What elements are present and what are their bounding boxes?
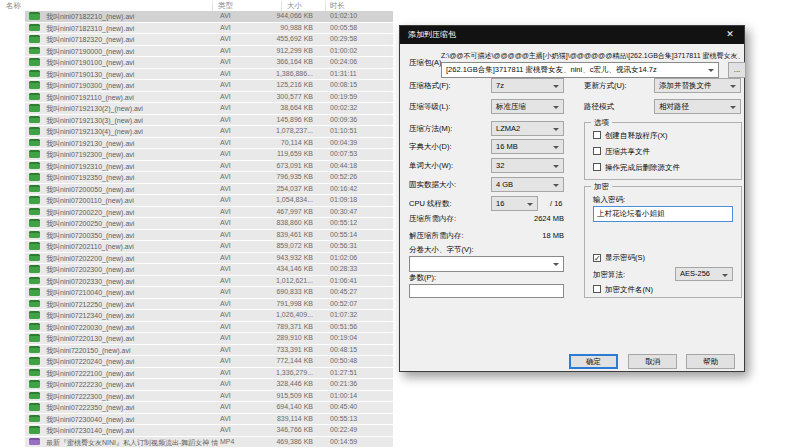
table-row[interactable]: 我叫nini07212250_(new).avi AVI 791,998 KB … [25,299,393,310]
table-row[interactable]: 我叫nini07202330_(new).avi AVI 1,012,621..… [25,276,393,287]
solid-size-select[interactable]: 4 GB [491,177,564,192]
file-size: 772,144 KB [240,357,313,364]
cpu-threads-select[interactable]: 16 [491,196,538,211]
shared-files-checkbox[interactable]: 压缩共享文件 [593,147,650,157]
format-select[interactable]: 7z [491,78,564,93]
column-header-name[interactable]: 名称 [6,1,21,11]
file-size: 915,509 KB [240,392,313,399]
file-duration: 01:07:32 [330,311,357,318]
table-row[interactable]: 最新『蜜桃臀女友NINI』私人订制视频流出-舞蹈女神 情趣黑丝... MP4 4… [25,437,393,448]
table-row[interactable]: 我叫nini07200350_(new).avi AVI 839,461 KB … [25,230,393,241]
column-header-type[interactable]: 类型 [218,1,233,11]
file-size: 434,146 KB [240,265,313,272]
table-row[interactable]: 我叫nini07182310_(new).avi AVI 90,988 KB 0… [25,23,393,34]
help-button[interactable]: 帮助 [686,354,735,369]
path-mode-label: 路径模式 [584,102,614,112]
file-duration: 00:08:15 [330,81,357,88]
level-select[interactable]: 标准压缩 [491,99,564,114]
file-size: 300,577 KB [240,93,313,100]
file-duration: 01:00:02 [330,47,357,54]
table-row[interactable]: 我叫nini07200220_(new).avi AVI 467,997 KB … [25,207,393,218]
column-header-size[interactable]: 大小 [287,1,302,11]
video-file-icon [29,254,40,262]
file-size: 125,216 KB [240,81,313,88]
table-row[interactable]: 我叫nini07200110_(new).avi AVI 1,054,834..… [25,195,393,206]
method-select[interactable]: LZMA2 [491,121,564,136]
table-row[interactable]: 我叫nini07220240_(new).avi AVI 772,144 KB … [25,356,393,367]
table-row[interactable]: 我叫nini07210040_(new).avi AVI 690,833 KB … [25,287,393,298]
file-size: 70,114 KB [240,139,313,146]
volume-size-combobox[interactable] [409,256,564,272]
file-name: 我叫nini7220150_(new).avi [46,346,218,356]
table-row[interactable]: 我叫nini07200250_(new).avi AVI 838,860 KB … [25,218,393,229]
table-row[interactable]: 我叫nini07220130_(new).avi AVI 289,910 KB … [25,333,393,344]
table-row[interactable]: 我叫nini07192130(2)_(new).avi AVI 38,664 K… [25,103,393,114]
table-row[interactable]: 我叫nini07202200_(new).avi AVI 943,932 KB … [25,253,393,264]
table-row[interactable]: 我叫nini07230140_(new).avi AVI 346,766 KB … [25,425,393,436]
table-row[interactable]: 我叫nini07222300_(new).avi AVI 915,509 KB … [25,391,393,402]
table-row[interactable]: 我叫nini07230040_(new).avi AVI 839,114 KB … [25,414,393,425]
file-duration: 00:16:42 [330,185,357,192]
memory-decompress-value: 18 MB [504,231,564,240]
table-row[interactable]: 我叫nini07192130(4)_(new).avi AVI 1,078,23… [25,126,393,137]
format-label: 压缩格式(F): [409,81,451,91]
table-row[interactable]: 我叫nini07192110_(new).avi AVI 300,577 KB … [25,92,393,103]
table-row[interactable]: 我叫nini07220030_(new).avi AVI 789,371 KB … [25,322,393,333]
file-size: 1,026,409... [240,311,313,318]
table-row[interactable]: 我叫nini07192310_(new).avi AVI 673,091 KB … [25,161,393,172]
file-duration: 01:09:18 [330,196,357,203]
table-row[interactable]: 我叫nini07190300_(new).avi AVI 125,216 KB … [25,80,393,91]
table-row[interactable]: 我叫nini07222230_(new).avi AVI 328,446 KB … [25,379,393,390]
table-row[interactable]: 我叫nini07192130_(new).avi AVI 70,114 KB 0… [25,138,393,149]
algorithm-select[interactable]: AES-256 [675,267,733,281]
table-row[interactable]: 我叫nini07222100_(new).avi AVI 1,336,279..… [25,368,393,379]
browse-button[interactable]: ... [728,62,746,78]
dictionary-label: 字典大小(D): [409,142,452,152]
password-input[interactable]: 上村花论坛看小姐姐 [593,206,733,222]
table-row[interactable]: 我叫nini07192130(3)_(new).avi AVI 145,896 … [25,115,393,126]
table-row[interactable]: 我叫nini07200050_(new).avi AVI 254,037 KB … [25,184,393,195]
table-row[interactable]: 我叫nini07190100_(new).avi AVI 366,164 KB … [25,57,393,68]
table-row[interactable]: 我叫nini07192350_(new).avi AVI 796,935 KB … [25,172,393,183]
table-row[interactable]: 我叫nini07190130_(new).avi AVI 1,386,886..… [25,69,393,80]
file-duration: 00:44:18 [330,162,357,169]
table-row[interactable]: 我叫nini07182210_(new).avi AVI 944,066 KB … [25,11,393,22]
video-file-icon [29,219,40,227]
table-row[interactable]: 我叫nini07190000_(new).avi AVI 912,299 KB … [25,46,393,57]
delete-after-checkbox[interactable]: 操作完成后删除源文件 [593,163,680,173]
video-file-icon [29,300,40,308]
cancel-button[interactable]: 取消 [628,354,677,369]
file-name: 我叫nini07202200_(new).avi [46,254,218,264]
video-file-icon [29,162,40,170]
table-row[interactable]: 我叫nini07202300_(new).avi AVI 434,146 KB … [25,264,393,275]
path-mode-select[interactable]: 相对路径 [654,99,741,114]
word-size-select[interactable]: 32 [491,158,564,173]
archive-name-combobox[interactable]: [262.1GB合集]3717811 蜜桃臀女友、nini、c宏儿、视讯女14.… [441,62,719,78]
video-file-icon [29,438,40,446]
show-password-checkbox[interactable]: ✓显示密码(S) [593,253,645,263]
encrypt-names-checkbox[interactable]: 加密文件名(N) [593,285,653,295]
file-type: AVI [220,12,231,19]
table-row[interactable]: 我叫nini7220150_(new).avi AVI 733,391 KB 0… [25,345,393,356]
table-row[interactable]: 我叫nini07182320_(new).avi AVI 455,692 KB … [25,34,393,45]
ok-button[interactable]: 确定 [569,354,618,369]
close-icon[interactable]: ✕ [716,26,744,44]
table-row[interactable]: 我叫nini07222350_(new).avi AVI 694,140 KB … [25,402,393,413]
file-type: AVI [220,369,231,376]
parameters-input[interactable] [409,284,564,298]
dictionary-select[interactable]: 16 MB [491,139,564,154]
dialog-titlebar[interactable]: 添加到压缩包 ✕ [400,26,744,44]
file-duration: 00:30:47 [330,208,357,215]
update-mode-select[interactable]: 添加并替换文件 [654,78,741,93]
file-size: 289,910 KB [240,334,313,341]
table-row[interactable]: 我叫nini07202110_(new).avi AVI 859,072 KB … [25,241,393,252]
file-size: 1,054,834... [240,196,313,203]
file-name: 我叫nini07200350_(new).avi [46,231,218,241]
file-name: 我叫nini07202300_(new).avi [46,265,218,275]
file-size: 838,860 KB [240,219,313,226]
table-row[interactable]: 我叫nini07212340_(new).avi AVI 1,026,409..… [25,310,393,321]
column-header-duration[interactable]: 时长 [330,1,345,11]
table-row[interactable]: 我叫nini07192300_(new).avi AVI 119,659 KB … [25,149,393,160]
sfx-checkbox[interactable]: 创建自释放程序(X) [593,131,668,141]
file-name: 我叫nini07190000_(new).avi [46,47,218,57]
